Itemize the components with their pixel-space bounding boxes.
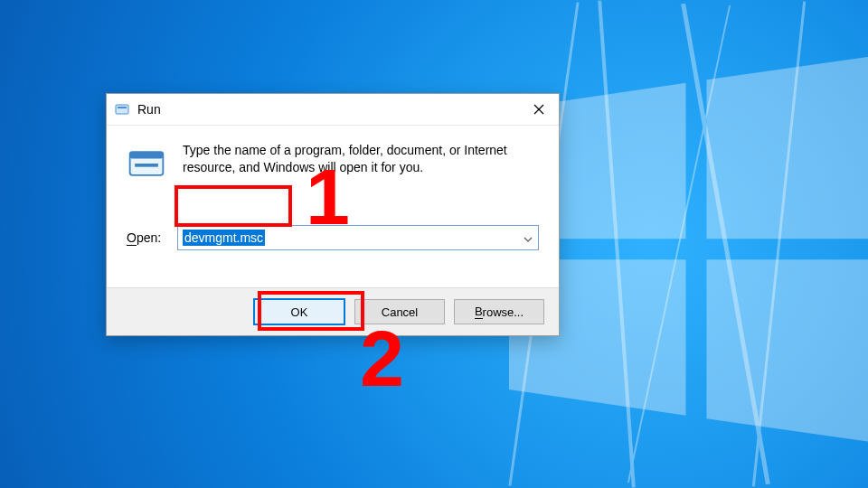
run-icon-large (127, 144, 166, 183)
svg-marker-1 (707, 52, 869, 239)
run-dialog: Run Type the name of a program, folder, … (106, 93, 560, 336)
window-title: Run (137, 102, 161, 117)
close-icon (533, 104, 544, 115)
open-input-value[interactable]: devmgmt.msc (183, 230, 265, 246)
svg-rect-5 (118, 107, 127, 108)
dialog-description: Type the name of a program, folder, docu… (183, 142, 539, 276)
run-icon-small (114, 101, 130, 117)
svg-marker-3 (707, 259, 869, 446)
svg-rect-8 (135, 164, 158, 167)
cancel-button[interactable]: Cancel (354, 299, 445, 324)
dialog-footer: OK Cancel Browse... (107, 287, 559, 335)
close-button[interactable] (518, 94, 559, 125)
svg-rect-4 (116, 105, 128, 114)
titlebar[interactable]: Run (107, 94, 559, 126)
svg-rect-7 (130, 152, 164, 158)
browse-button[interactable]: Browse... (454, 299, 544, 324)
ok-button[interactable]: OK (253, 298, 345, 325)
open-combobox[interactable]: devmgmt.msc (177, 225, 539, 250)
chevron-down-icon[interactable] (524, 230, 533, 245)
open-label: Open: (127, 230, 177, 245)
